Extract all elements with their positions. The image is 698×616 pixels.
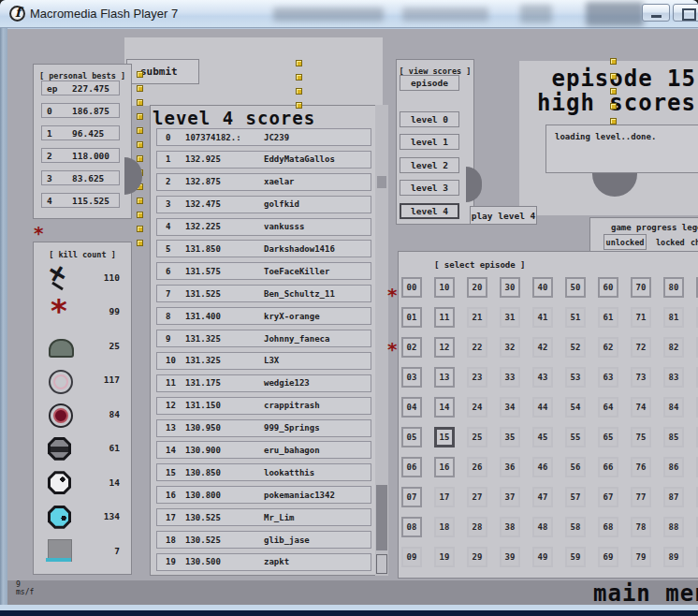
- episode-cell[interactable]: 23: [467, 367, 487, 388]
- episode-cell[interactable]: 24: [467, 397, 487, 418]
- episode-cell[interactable]: 63: [598, 367, 618, 388]
- episode-cell[interactable]: 82: [663, 337, 684, 358]
- episode-cell[interactable]: 35: [500, 427, 520, 447]
- episode-cell[interactable]: 37: [500, 487, 520, 507]
- episode-cell[interactable]: 18: [434, 517, 455, 537]
- episode-cell[interactable]: 59: [565, 547, 586, 567]
- episode-cell[interactable]: 41: [532, 307, 553, 328]
- view-scores-button[interactable]: episode: [400, 75, 459, 91]
- episode-cell[interactable]: 70: [631, 277, 651, 298]
- episode-cell[interactable]: 84: [663, 397, 684, 418]
- episode-cell[interactable]: 34: [500, 397, 520, 418]
- episode-cell[interactable]: 57: [565, 487, 586, 507]
- episode-cell[interactable]: 87: [663, 487, 684, 507]
- episode-cell[interactable]: 69: [598, 547, 618, 567]
- maximize-button[interactable]: [673, 4, 698, 22]
- episode-cell[interactable]: 89: [663, 547, 684, 567]
- episode-cell[interactable]: 21: [467, 307, 487, 328]
- episode-cell[interactable]: 65: [598, 427, 618, 447]
- episode-cell[interactable]: 33: [500, 367, 520, 388]
- episode-cell[interactable]: 04: [401, 397, 422, 418]
- episode-cell[interactable]: 01: [401, 307, 422, 328]
- episode-cell[interactable]: 43: [532, 367, 553, 388]
- episode-cell[interactable]: 75: [631, 427, 651, 447]
- view-scores-button[interactable]: level 0: [400, 111, 459, 127]
- episode-cell[interactable]: 67: [598, 487, 618, 507]
- play-level-button[interactable]: play level 4: [470, 206, 537, 225]
- episode-cell[interactable]: 46: [532, 457, 553, 477]
- episode-cell[interactable]: 74: [631, 397, 651, 418]
- episode-cell[interactable]: 53: [565, 367, 586, 388]
- episode-cell[interactable]: 07: [401, 487, 422, 507]
- episode-cell[interactable]: 66: [598, 457, 618, 477]
- episode-cell[interactable]: 39: [500, 547, 520, 567]
- view-scores-button[interactable]: level 4: [400, 203, 459, 219]
- episode-cell[interactable]: 61: [598, 307, 618, 328]
- episode-cell[interactable]: 88: [663, 517, 684, 537]
- episode-cell[interactable]: 09: [401, 547, 422, 567]
- episode-cell[interactable]: 20: [467, 277, 487, 298]
- episode-cell[interactable]: 25: [467, 427, 487, 447]
- episode-cell[interactable]: 58: [565, 517, 586, 537]
- episode-cell[interactable]: 16: [434, 457, 455, 477]
- episode-cell[interactable]: 27: [467, 487, 487, 507]
- episode-cell[interactable]: 05: [401, 427, 422, 447]
- episode-cell[interactable]: 68: [598, 517, 618, 537]
- episode-cell[interactable]: 76: [631, 457, 651, 477]
- episode-cell[interactable]: 81: [663, 307, 684, 328]
- episode-cell[interactable]: 71: [631, 307, 651, 328]
- episode-cell[interactable]: 11: [434, 307, 455, 328]
- episode-cell[interactable]: 51: [565, 307, 586, 328]
- episode-cell[interactable]: 78: [631, 517, 651, 537]
- minimize-button[interactable]: [642, 4, 670, 22]
- episode-cell[interactable]: 72: [631, 337, 651, 358]
- episode-cell[interactable]: 15: [434, 427, 455, 447]
- episode-cell[interactable]: 55: [565, 427, 586, 447]
- episode-cell[interactable]: 22: [467, 337, 487, 358]
- episode-cell[interactable]: 54: [565, 397, 586, 418]
- episode-cell[interactable]: 38: [500, 517, 520, 537]
- episode-cell[interactable]: 30: [500, 277, 520, 298]
- episode-cell[interactable]: 80: [663, 277, 684, 298]
- episode-cell[interactable]: 00: [401, 277, 422, 298]
- episode-cell[interactable]: 77: [631, 487, 651, 507]
- episode-cell[interactable]: 47: [532, 487, 553, 507]
- episode-cell[interactable]: 83: [663, 367, 684, 388]
- view-scores-button[interactable]: level 3: [400, 180, 459, 196]
- episode-cell[interactable]: 08: [401, 517, 422, 537]
- episode-cell[interactable]: 13: [434, 367, 455, 388]
- episode-cell[interactable]: 19: [434, 547, 455, 567]
- episode-cell[interactable]: 31: [500, 307, 520, 328]
- episode-cell[interactable]: 32: [500, 337, 520, 358]
- episode-cell[interactable]: 44: [532, 397, 553, 418]
- episode-cell[interactable]: 62: [598, 337, 618, 358]
- episode-cell[interactable]: 73: [631, 367, 651, 388]
- episode-cell[interactable]: 50: [565, 277, 586, 298]
- episode-cell[interactable]: 02: [401, 337, 422, 358]
- episode-cell[interactable]: 42: [532, 337, 553, 358]
- episode-cell[interactable]: 64: [598, 397, 618, 418]
- episode-cell[interactable]: 60: [598, 277, 618, 298]
- episode-cell[interactable]: 36: [500, 457, 520, 477]
- window-titlebar[interactable]: Macromedia Flash Player 7: [0, 0, 698, 28]
- episode-cell[interactable]: 79: [631, 547, 651, 567]
- view-scores-button[interactable]: level 1: [400, 134, 459, 150]
- episode-cell[interactable]: 06: [401, 457, 422, 477]
- view-scores-button[interactable]: level 2: [400, 157, 459, 173]
- episode-cell[interactable]: 48: [532, 517, 553, 537]
- main-menu-button[interactable]: main menu: [593, 580, 698, 605]
- episode-cell[interactable]: 52: [565, 337, 586, 358]
- episode-cell[interactable]: 85: [663, 427, 684, 447]
- episode-cell[interactable]: 12: [434, 337, 455, 358]
- episode-cell[interactable]: 10: [434, 277, 455, 298]
- episode-cell[interactable]: 40: [532, 277, 553, 298]
- episode-cell[interactable]: 14: [434, 397, 455, 418]
- episode-cell[interactable]: 28: [467, 517, 487, 537]
- episode-cell[interactable]: 86: [663, 457, 684, 477]
- episode-cell[interactable]: 56: [565, 457, 586, 477]
- episode-cell[interactable]: 26: [467, 457, 487, 477]
- episode-cell[interactable]: 03: [401, 367, 422, 388]
- scores-scrollbar-track[interactable]: [375, 105, 388, 576]
- episode-cell[interactable]: 45: [532, 427, 553, 447]
- episode-cell[interactable]: 17: [434, 487, 455, 507]
